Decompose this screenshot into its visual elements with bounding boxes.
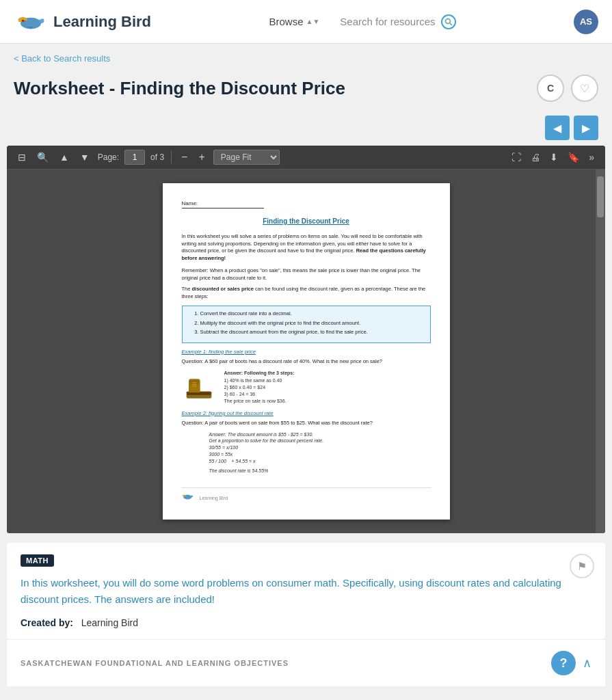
created-by-label: Created by: — [21, 617, 73, 628]
prev-page-button[interactable]: ◀ — [545, 116, 570, 140]
pdf-e2-line4: 3000 = 55x — [209, 451, 431, 458]
pdf-e2-line1: Answer: The discount amount is $55 - $25… — [209, 431, 431, 438]
page-number-input[interactable] — [124, 150, 145, 165]
pdf-e2-line5: 55 / 100 + 54.55 = x — [209, 458, 431, 465]
logo-icon — [14, 8, 48, 36]
pdf-discounted-text: The discounted or sales price can be fou… — [182, 286, 426, 299]
pdf-scrollbar[interactable] — [596, 170, 605, 533]
more-icon[interactable]: » — [586, 150, 597, 164]
page-total: of 3 — [150, 152, 164, 162]
pdf-example2-question: Question: A pair of boots went on sale f… — [182, 420, 431, 427]
svg-point-2 — [23, 20, 24, 21]
pdf-search-icon[interactable]: 🔍 — [34, 150, 51, 164]
pdf-remember: Remember: When a product goes "on sale",… — [182, 267, 431, 282]
next-page-button[interactable]: ▶ — [574, 116, 598, 140]
pdf-e2-line3: 30/55 = x/100 — [209, 444, 431, 451]
pdf-example2-answer: Answer: The discount amount is $55 - $25… — [209, 431, 431, 474]
pdf-steps-box: Convert the discount rate into a decimal… — [182, 306, 431, 343]
pdf-answer-step3: 3) 60 - 24 = 36 — [224, 391, 295, 398]
prev-arrow-icon: ◀ — [553, 122, 561, 135]
pdf-example1-question: Question: A $60 pair of boots has a disc… — [182, 358, 431, 366]
svg-point-1 — [22, 20, 25, 22]
svg-line-4 — [450, 23, 452, 25]
back-link[interactable]: < Back to Search results — [14, 53, 598, 64]
pdf-step-2: Multiply the discount with the original … — [200, 320, 423, 327]
pdf-answer-title: Answer: Following the 3 steps: — [224, 370, 295, 377]
user-avatar[interactable]: AS — [574, 10, 598, 34]
search-area[interactable]: Search for resources — [340, 14, 455, 29]
svg-rect-11 — [192, 386, 197, 386]
pdf-page: Name: Finding the Discount Price In this… — [163, 183, 450, 520]
header: Learning Bird Browse ▲▼ Search for resou… — [0, 0, 612, 44]
logo-area: Learning Bird — [14, 8, 151, 36]
pdf-next-icon[interactable]: ▼ — [77, 150, 92, 164]
svg-rect-9 — [192, 382, 197, 383]
pdf-step-1: Convert the discount rate into a decimal… — [200, 310, 423, 318]
pdf-footer-logo-icon — [182, 492, 196, 503]
objectives-actions: ? ∧ — [551, 651, 591, 675]
pdf-e2-line2: Get a proportion to solve for the discou… — [209, 438, 431, 444]
fit-select[interactable]: Page Fit Page Width 50% 75% 100% — [213, 150, 280, 165]
pdf-discounted-intro: The discounted or sales price can be fou… — [182, 286, 431, 300]
pdf-toolbar: ⊟ 🔍 ▲ ▼ Page: of 3 − + Page Fit Page Wid… — [7, 146, 605, 170]
title-actions: C ♡ — [537, 75, 598, 102]
pdf-footer: Learning Bird — [182, 487, 431, 503]
pdf-name-line: Name: — [182, 200, 264, 208]
back-nav: < Back to Search results — [0, 44, 612, 69]
toolbar-separator — [171, 151, 172, 163]
pdf-viewer-container: ⊟ 🔍 ▲ ▼ Page: of 3 − + Page Fit Page Wid… — [7, 146, 605, 533]
pdf-toolbar-right: ⛶ 🖨 ⬇ 🔖 » — [509, 150, 597, 164]
zoom-in-button[interactable]: + — [196, 151, 207, 163]
pdf-scrollbar-thumb — [597, 176, 604, 217]
browse-button[interactable]: Browse ▲▼ — [269, 16, 319, 27]
created-by: Created by: Learning Bird — [21, 617, 591, 628]
print-icon[interactable]: 🖨 — [528, 150, 543, 164]
pdf-steps-list: Convert the discount rate into a decimal… — [189, 310, 423, 336]
header-nav: Browse ▲▼ Search for resources — [165, 14, 560, 29]
pdf-example2-title: Example 2: figuring out the discount rat… — [182, 410, 431, 418]
svg-point-3 — [445, 18, 450, 23]
sidebar-toggle-icon[interactable]: ⊟ — [15, 150, 29, 164]
description-text: In this worksheet, you will do some word… — [21, 575, 591, 608]
fullscreen-icon[interactable]: ⛶ — [509, 150, 524, 164]
boot-image — [182, 370, 216, 404]
pdf-footer-text: Learning Bird — [200, 495, 228, 502]
search-text: Search for resources — [340, 16, 435, 27]
pdf-prev-icon[interactable]: ▲ — [57, 150, 72, 164]
chevron-up-icon[interactable]: ∧ — [583, 656, 591, 671]
pdf-document-area: Name: Finding the Discount Price In this… — [7, 170, 605, 533]
browse-arrow-icon: ▲▼ — [306, 18, 320, 25]
math-badge: MATH — [21, 554, 54, 567]
pdf-intro: In this worksheet you will solve a serie… — [182, 233, 431, 262]
title-area: Worksheet - Finding the Discount Price C… — [0, 69, 612, 113]
help-button[interactable]: ? — [551, 651, 576, 675]
pdf-example1-answer: Answer: Following the 3 steps: 1) 40% is… — [224, 370, 295, 405]
pdf-remember-text: Remember: When a product goes "on sale",… — [182, 267, 421, 281]
pdf-example1-area: Answer: Following the 3 steps: 1) 40% is… — [182, 370, 431, 405]
page-label: Page: — [98, 152, 119, 162]
main-container: < Back to Search results Worksheet - Fin… — [0, 44, 612, 686]
zoom-out-button[interactable]: − — [178, 151, 190, 163]
objectives-section[interactable]: SASKATCHEWAN FOUNDATIONAL AND LEARNING O… — [7, 639, 605, 686]
pdf-name-label: Name: — [182, 200, 198, 206]
pdf-e2-conclusion: The discount rate is 54.55% — [209, 468, 431, 474]
svg-rect-10 — [192, 384, 197, 385]
created-by-value — [76, 617, 79, 628]
objectives-label: SASKATCHEWAN FOUNDATIONAL AND LEARNING O… — [21, 659, 289, 667]
pdf-answer-step2: 2) $60 x 0.40 = $24 — [224, 384, 295, 391]
heart-icon: ♡ — [580, 82, 589, 95]
heart-button[interactable]: ♡ — [571, 75, 598, 102]
pdf-step-3: Subtract the discount amount from the or… — [200, 329, 423, 336]
browse-label: Browse — [269, 16, 303, 27]
next-arrow-icon: ▶ — [582, 122, 590, 135]
pdf-answer-result: The price on sale is now $36. — [224, 398, 295, 405]
pdf-intro-text: In this worksheet you will solve a serie… — [182, 233, 426, 261]
pdf-answer-step1: 1) 40% is the same as 0.40 — [224, 377, 295, 384]
flag-icon: ⚑ — [577, 560, 587, 573]
nav-arrows: ◀ ▶ — [0, 113, 612, 146]
c-button[interactable]: C — [537, 75, 564, 102]
download-icon[interactable]: ⬇ — [547, 150, 561, 164]
pdf-doc-title: Finding the Discount Price — [182, 217, 431, 226]
created-by-name: Learning Bird — [81, 617, 138, 628]
bookmark-icon[interactable]: 🔖 — [565, 150, 582, 164]
